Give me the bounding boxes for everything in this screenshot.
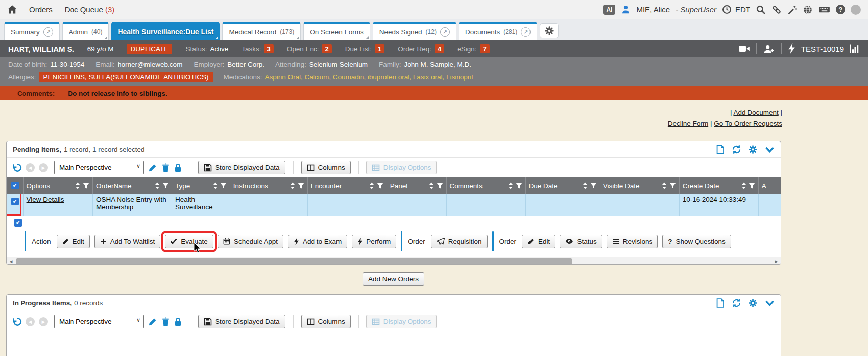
external-link-icon[interactable]: ↗ — [440, 27, 450, 37]
user-name[interactable]: MIE, Alice — [636, 5, 670, 14]
undo-icon[interactable] — [12, 317, 22, 327]
evaluate-button[interactable]: Evaluate — [165, 235, 213, 248]
search-icon[interactable] — [756, 5, 766, 15]
link-icon[interactable] — [771, 5, 782, 15]
schedule-appt-button[interactable]: Schedule Appt — [218, 235, 283, 248]
previous-perspective-button[interactable]: ◄ — [26, 317, 35, 326]
batch-select-checkbox[interactable]: ✔ — [14, 219, 22, 227]
column-header-encounter[interactable]: Encounter — [308, 177, 387, 194]
lightning-icon[interactable] — [788, 43, 795, 54]
breadcrumb-orders[interactable]: Orders — [29, 5, 53, 14]
help-icon[interactable]: ? — [836, 5, 845, 14]
email-value[interactable]: horner@mieweb.com — [118, 61, 183, 68]
add-to-waitlist-button[interactable]: Add To Waitlist — [94, 235, 161, 248]
wand-icon[interactable] — [787, 5, 797, 15]
external-link-icon[interactable]: ↗ — [521, 27, 531, 37]
scroll-left-arrow[interactable]: ◄ — [7, 259, 15, 264]
patient-name[interactable]: HART, WILLIAM S. — [8, 45, 74, 53]
tab-health-surveillance-due-list[interactable]: Health Surveillance:Due List — [111, 22, 220, 40]
add-new-orders-button[interactable]: Add New Orders — [363, 272, 424, 286]
delete-perspective-icon[interactable] — [161, 163, 170, 172]
keyboard-icon[interactable] — [818, 5, 830, 14]
order-req-count-badge[interactable]: 4 — [435, 45, 444, 53]
scroll-right-arrow[interactable]: ► — [772, 259, 781, 264]
column-header-comments[interactable]: Comments — [447, 177, 526, 194]
scrollbar-thumb[interactable] — [16, 258, 572, 265]
column-header-visible-date[interactable]: Visible Date — [600, 177, 680, 194]
due-list-count-badge[interactable]: 1 — [375, 45, 384, 53]
tab-settings-button[interactable] — [540, 23, 559, 38]
column-header-due-date[interactable]: Due Date — [526, 177, 600, 194]
store-displayed-data-button[interactable]: Store Displayed Data — [198, 161, 285, 174]
pending-table-row[interactable]: ✔ View Details OSHA Noise Entry with Mem… — [7, 194, 781, 216]
ai-badge[interactable]: AI — [603, 5, 615, 15]
patient-record-id[interactable]: TEST-10019 — [801, 45, 844, 53]
show-questions-button[interactable]: ? Show Questions — [662, 235, 731, 248]
lock-perspective-icon[interactable] — [174, 317, 182, 326]
refresh-icon[interactable] — [732, 145, 741, 154]
perform-button[interactable]: Perform — [352, 235, 396, 248]
tab-needs-signed[interactable]: Needs Signed (12) ↗ — [373, 22, 456, 40]
horizontal-scrollbar[interactable]: ◄ ► — [7, 257, 781, 265]
requisition-button[interactable]: Requisition — [431, 235, 488, 248]
column-header-panel[interactable]: Panel — [387, 177, 447, 194]
bar-chart-icon[interactable] — [850, 43, 860, 54]
gear-icon[interactable] — [748, 145, 758, 154]
esign-count-badge[interactable]: 7 — [480, 45, 490, 53]
video-camera-icon[interactable] — [738, 44, 750, 53]
add-to-exam-button[interactable]: Add to Exam — [288, 235, 347, 248]
undo-icon[interactable] — [12, 163, 22, 173]
lock-perspective-icon[interactable] — [174, 163, 182, 172]
column-header-ordername[interactable]: OrderName — [93, 177, 172, 194]
column-header-type[interactable]: Type — [172, 177, 230, 194]
home-icon[interactable] — [7, 5, 17, 15]
next-perspective-button[interactable]: ► — [39, 317, 48, 326]
view-details-link[interactable]: View Details — [27, 196, 64, 203]
external-link-icon[interactable]: ↗ — [43, 27, 53, 37]
select-all-checkbox[interactable]: ✔ — [11, 182, 19, 189]
collapse-chevron-icon[interactable] — [765, 146, 775, 153]
decline-form-link[interactable]: Decline Form — [668, 120, 708, 127]
globe-icon[interactable] — [803, 5, 813, 15]
add-person-icon[interactable] — [763, 44, 775, 54]
columns-button[interactable]: Columns — [301, 315, 351, 328]
tab-admin[interactable]: Admin (40) — [62, 22, 109, 40]
column-header-instructions[interactable]: Instructions — [230, 177, 308, 194]
order-edit-button[interactable]: Edit — [522, 235, 555, 248]
edit-perspective-icon[interactable] — [148, 163, 157, 172]
perspective-select[interactable]: Main Perspective — [54, 161, 144, 174]
store-displayed-data-button[interactable]: Store Displayed Data — [198, 315, 285, 328]
columns-button[interactable]: Columns — [301, 161, 351, 174]
previous-perspective-button[interactable]: ◄ — [26, 163, 35, 172]
column-header-options[interactable]: Options — [24, 177, 93, 194]
tasks-count-badge[interactable]: 3 — [264, 45, 273, 53]
new-document-icon[interactable] — [716, 145, 725, 154]
row-checkbox[interactable]: ✔ — [11, 198, 19, 205]
medications-value[interactable]: Aspirin Oral, Calcium, Coumadin, ibuprof… — [265, 73, 473, 81]
scrollbar-track[interactable] — [15, 258, 772, 265]
collapse-chevron-icon[interactable] — [765, 300, 775, 307]
allergies-value[interactable]: PENICILLINS, SULFA(SULFONAMIDE ANTIBIOTI… — [39, 72, 213, 82]
add-document-link[interactable]: Add Document — [733, 109, 778, 116]
status-button[interactable]: Status — [560, 235, 602, 248]
delete-perspective-icon[interactable] — [161, 317, 170, 326]
open-enc-count-badge[interactable]: 2 — [322, 45, 331, 53]
edit-perspective-icon[interactable] — [148, 317, 157, 326]
next-perspective-button[interactable]: ► — [39, 163, 48, 172]
refresh-icon[interactable] — [732, 298, 741, 308]
edit-action-button[interactable]: Edit — [57, 235, 90, 248]
avatar[interactable] — [851, 5, 861, 15]
tab-medical-record[interactable]: Medical Record (173) — [222, 22, 301, 40]
column-header-create-date[interactable]: Create Date — [680, 177, 759, 194]
go-to-order-requests-link[interactable]: Go To Order Requests — [714, 120, 782, 127]
clock-icon[interactable] — [722, 5, 732, 14]
tab-on-screen-forms[interactable]: On Screen Forms — [303, 22, 370, 40]
tab-documents[interactable]: Documents (281) ↗ — [459, 22, 537, 40]
perspective-select[interactable]: Main Perspective — [54, 315, 144, 328]
breadcrumb-doc-queue[interactable]: Doc Queue (3) — [65, 5, 114, 14]
new-document-icon[interactable] — [716, 298, 725, 308]
revisions-button[interactable]: Revisions — [607, 235, 658, 248]
column-header-clipped[interactable]: A — [759, 177, 781, 194]
gear-icon[interactable] — [748, 298, 758, 308]
tab-summary[interactable]: Summary ↗ — [4, 22, 60, 40]
